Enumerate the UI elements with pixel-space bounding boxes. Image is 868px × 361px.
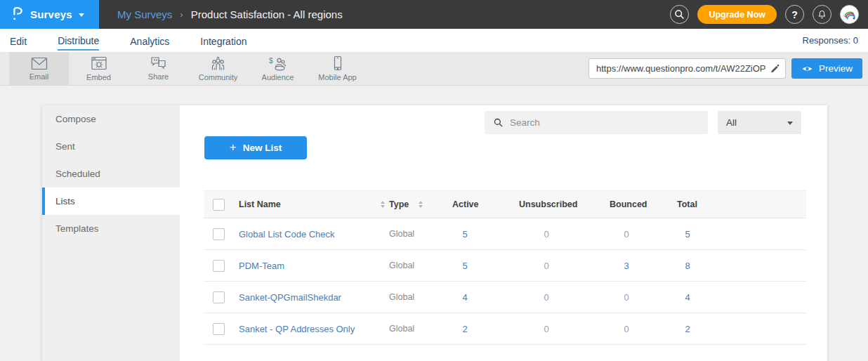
topbar-actions: Upgrade Now ? [670,5,868,24]
upgrade-now-button[interactable]: Upgrade Now [697,5,777,24]
list-type: Global [389,324,452,334]
cell-unsubscribed: 0 [519,292,610,303]
edit-url-pencil-icon[interactable] [770,64,780,74]
list-filter-dropdown[interactable]: All [718,111,801,134]
survey-title: Product Satisfaction - All regions [191,8,343,20]
help-button[interactable]: ? [785,5,804,24]
bounced-count: 0 [610,229,643,239]
toolbar-item-audience[interactable]: $ Audience [248,52,308,85]
sort-icon[interactable] [419,201,423,208]
new-list-button[interactable]: + New List [204,136,307,159]
sidebar-item-scheduled[interactable]: Scheduled [42,160,180,188]
preview-button[interactable]: Preview [791,58,862,79]
tab-analytics[interactable]: Analytics [130,32,169,50]
svg-text:$: $ [269,56,273,64]
total-count[interactable]: 8 [677,261,698,271]
list-name-link[interactable]: Sanket-QPGmailShekdar [239,292,341,303]
breadcrumb-separator: › [180,9,183,20]
breadcrumb-my-surveys[interactable]: My Surveys [117,8,172,20]
total-count[interactable]: 2 [677,324,698,334]
bell-icon [817,9,827,20]
sidebar-item-lists[interactable]: Lists [42,188,180,215]
list-type: Global [389,292,452,302]
sort-icon[interactable] [381,201,385,208]
cell-total: 5 [677,229,806,239]
mobile-app-icon [329,55,346,72]
toolbar-item-mobile-app[interactable]: Mobile App [308,52,367,85]
row-checkbox[interactable] [213,323,225,335]
eye-icon [801,65,813,73]
select-all-checkbox[interactable] [213,199,225,211]
cell-checkbox [204,260,239,272]
row-checkbox[interactable] [213,291,225,303]
tab-integration[interactable]: Integration [200,32,246,50]
list-controls: All [485,111,801,134]
toolbar-item-embed[interactable]: Embed [69,52,129,85]
account-avatar[interactable] [840,5,859,24]
cell-list-name: Sanket - QP Addresses Only [239,324,389,334]
bounced-count: 0 [610,292,643,303]
active-count[interactable]: 5 [452,229,478,239]
cell-checkbox [204,291,239,303]
bounced-count[interactable]: 3 [610,261,643,271]
breadcrumb: My Surveys › Product Satisfaction - All … [117,8,343,20]
table-header: List Name Type Active Unsubscribed Bounc… [204,190,806,218]
search-icon [673,8,685,20]
list-table-rows: Global List Code CheckGlobal5005PDM-Team… [204,218,806,345]
unsubscribed-count: 0 [519,261,574,271]
active-count[interactable]: 4 [452,292,478,303]
list-name-link[interactable]: PDM-Team [239,261,284,271]
active-count[interactable]: 2 [452,324,478,334]
active-count[interactable]: 5 [452,261,478,271]
share-icon [150,56,167,71]
table-row: Sanket-QPGmailShekdarGlobal4004 [204,282,806,313]
toolbar-item-community[interactable]: Community [188,52,248,85]
cell-unsubscribed: 0 [519,229,610,239]
cell-bounced: 3 [610,261,677,271]
tab-edit[interactable]: Edit [10,32,27,50]
sidebar-item-compose[interactable]: Compose [42,105,180,133]
product-switcher[interactable]: Surveys [0,0,99,29]
community-icon [209,56,227,72]
responses-count[interactable]: Responses: 0 [803,35,859,46]
tab-distribute[interactable]: Distribute [58,31,99,51]
toolbar-item-email[interactable]: Email [9,52,69,85]
search-button[interactable] [670,5,689,24]
notifications-button[interactable] [813,5,831,24]
column-header-total: Total [677,199,806,209]
unsubscribed-count: 0 [519,292,574,303]
cell-bounced: 0 [610,292,677,303]
toolbar-item-share[interactable]: Share [129,52,188,85]
sidebar-item-templates[interactable]: Templates [42,215,180,242]
cell-checkbox [204,323,239,335]
survey-url-input[interactable] [589,63,770,74]
table-row: PDM-TeamGlobal5038 [204,250,806,282]
questionpro-logo-icon [12,6,24,22]
row-checkbox[interactable] [213,260,225,272]
cell-unsubscribed: 0 [519,324,610,334]
email-lists-table: List Name Type Active Unsubscribed Bounc… [204,190,806,345]
top-bar: Surveys My Surveys › Product Satisfactio… [0,0,868,29]
email-lists-panel: Compose Sent Scheduled Lists Templates A… [42,105,827,361]
cell-bounced: 0 [610,324,677,334]
cell-active: 5 [452,261,519,271]
list-name-link[interactable]: Global List Code Check [239,229,335,239]
chevron-down-icon [787,122,793,125]
sidebar-item-sent[interactable]: Sent [42,133,180,160]
list-search-input[interactable] [510,117,708,128]
list-search-box [485,111,708,134]
total-count[interactable]: 5 [677,229,698,239]
cell-list-name: Sanket-QPGmailShekdar [239,292,389,303]
cell-active: 2 [452,324,519,334]
survey-nav-tabs: Edit Distribute Analytics Integration Re… [0,29,868,52]
plus-icon: + [230,140,237,155]
row-checkbox[interactable] [213,228,225,240]
column-header-bounced: Bounced [610,199,677,209]
unsubscribed-count: 0 [519,324,574,334]
list-name-link[interactable]: Sanket - QP Addresses Only [239,324,355,334]
cell-total: 4 [677,292,806,303]
total-count[interactable]: 4 [677,292,698,303]
cell-bounced: 0 [610,229,677,239]
cell-list-name: PDM-Team [239,261,389,271]
survey-url-box [588,58,786,79]
